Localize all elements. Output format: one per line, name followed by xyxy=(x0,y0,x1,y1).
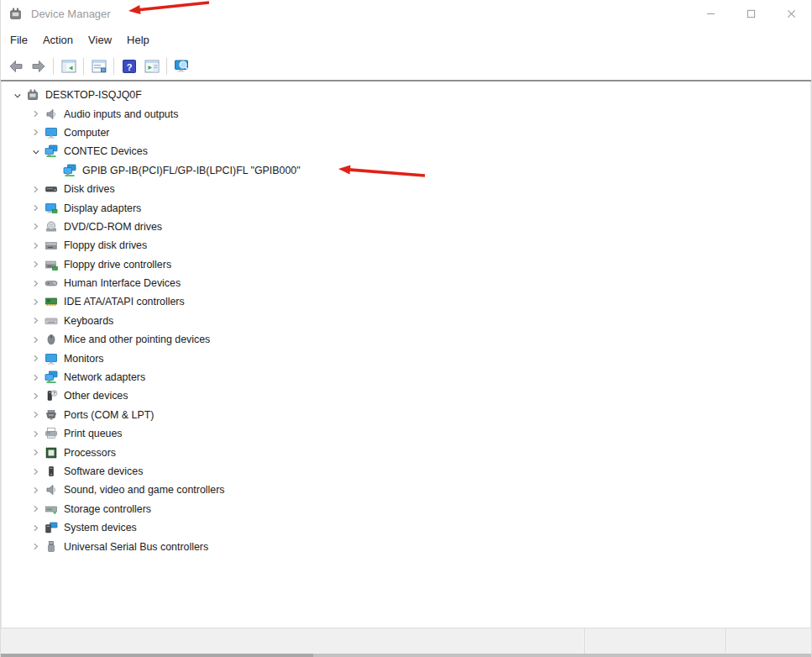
network-adapter-icon xyxy=(62,164,77,177)
properties-button[interactable] xyxy=(87,55,110,77)
chevron-right-icon[interactable] xyxy=(27,502,44,516)
status-bar-segment xyxy=(1,628,584,654)
tree-item-label: Floppy drive controllers xyxy=(64,259,171,271)
network-adapter-icon xyxy=(44,145,59,158)
chevron-right-icon[interactable] xyxy=(27,408,44,422)
tree-item-audio-inputs-and-outputs[interactable]: Audio inputs and outputs xyxy=(2,104,810,123)
chevron-right-icon[interactable] xyxy=(27,389,44,402)
close-button[interactable] xyxy=(771,0,811,27)
chevron-right-icon[interactable] xyxy=(27,126,44,139)
caption-controls xyxy=(690,0,811,27)
tree-item-floppy-disk-drives[interactable]: Floppy disk drives xyxy=(2,236,810,255)
disk-drive-icon xyxy=(44,182,59,196)
tree-item-floppy-drive-controllers[interactable]: Floppy drive controllers xyxy=(2,255,810,274)
show-hide-console-tree-button[interactable] xyxy=(57,55,80,77)
properties-icon xyxy=(91,58,107,75)
speaker-icon xyxy=(44,483,59,497)
menu-action[interactable]: Action xyxy=(35,30,81,50)
action-pane-icon xyxy=(144,58,160,75)
chevron-right-icon[interactable] xyxy=(27,182,44,196)
chevron-right-icon[interactable] xyxy=(27,220,44,234)
tree-item-software-devices[interactable]: Software devices xyxy=(2,462,810,481)
printer-icon xyxy=(44,427,59,440)
chevron-right-icon[interactable] xyxy=(27,276,44,290)
maximize-button[interactable] xyxy=(731,0,771,27)
tree-item-network-adapters[interactable]: Network adapters xyxy=(2,368,810,386)
svg-text:?: ? xyxy=(126,61,132,71)
chevron-right-icon[interactable] xyxy=(27,239,44,252)
unknown-device-icon: ? xyxy=(44,389,59,402)
tree-item-disk-drives[interactable]: Disk drives xyxy=(2,180,810,198)
tree-item-label: DESKTOP-ISQJQ0F xyxy=(45,89,142,101)
chevron-right-icon[interactable] xyxy=(27,314,44,328)
chevron-right-icon[interactable] xyxy=(27,371,44,384)
tree-item-display-adapters[interactable]: Display adapters xyxy=(2,198,810,217)
help-icon: ? xyxy=(121,58,138,75)
menu-help[interactable]: Help xyxy=(119,30,157,50)
chevron-right-icon[interactable] xyxy=(27,333,44,346)
help-button[interactable]: ? xyxy=(118,55,140,77)
chevron-right-icon[interactable] xyxy=(27,295,44,308)
chevron-right-icon[interactable] xyxy=(27,521,44,534)
chevron-right-icon[interactable] xyxy=(27,465,44,478)
tree-item-ports-com-lpt[interactable]: Ports (COM & LPT) xyxy=(2,406,810,424)
show-hide-action-pane-button[interactable] xyxy=(140,55,163,77)
tree-item-print-queues[interactable]: Print queues xyxy=(2,424,810,443)
dvd-drive-icon xyxy=(44,220,59,234)
tree-item-label: GPIB GP-IB(PCI)FL/GP-IB(LPCI)FL "GPIB000… xyxy=(82,165,301,176)
system-device-icon xyxy=(44,521,59,534)
tree-item-computer[interactable]: Computer xyxy=(2,124,810,142)
device-tree-panel: DESKTOP-ISQJQ0FAudio inputs and outputsC… xyxy=(1,81,811,628)
tree-item-ide-ata-atapi-controllers[interactable]: IDE ATA/ATAPI controllers xyxy=(2,292,810,311)
chevron-right-icon[interactable] xyxy=(27,352,44,365)
tree-item-dvd-cd-rom-drives[interactable]: DVD/CD-ROM drives xyxy=(2,218,810,236)
chevron-right-icon[interactable] xyxy=(27,258,44,271)
tree-item-gpib-gp-ib-pci-fl-gp-ib-lpci-fl-gpib000[interactable]: GPIB GP-IB(PCI)FL/GP-IB(LPCI)FL "GPIB000… xyxy=(2,161,810,180)
device-manager-icon xyxy=(8,7,23,21)
tree-item-human-interface-devices[interactable]: Human Interface Devices xyxy=(2,274,810,292)
tree-item-processors[interactable]: Processors xyxy=(2,443,810,461)
tree-item-contec-devices[interactable]: CONTEC Devices xyxy=(2,142,810,160)
minimize-button[interactable] xyxy=(690,0,731,27)
floppy-drive-icon xyxy=(44,239,59,252)
tree-item-keyboards[interactable]: Keyboards xyxy=(2,312,810,330)
display-adapter-icon xyxy=(44,202,59,215)
menu-view[interactable]: View xyxy=(81,30,119,50)
forward-button[interactable] xyxy=(27,55,50,77)
hid-icon xyxy=(44,276,59,290)
back-button[interactable] xyxy=(4,55,27,77)
menu-file[interactable]: File xyxy=(3,30,35,50)
scan-for-hardware-changes-button[interactable] xyxy=(170,55,193,77)
chevron-right-icon[interactable] xyxy=(27,202,44,215)
tree-item-label: Computer xyxy=(64,127,109,139)
tree-item-label: Keyboards xyxy=(64,315,113,327)
chevron-right-icon[interactable] xyxy=(27,108,44,121)
tree-item-storage-controllers[interactable]: Storage controllers xyxy=(2,500,810,518)
chevron-right-icon[interactable] xyxy=(27,427,44,440)
toolbar-separator xyxy=(83,58,84,75)
monitor-icon xyxy=(44,126,59,139)
tree-item-mice-and-other-pointing-devices[interactable]: Mice and other pointing devices xyxy=(2,330,810,349)
tree-item-monitors[interactable]: Monitors xyxy=(2,349,810,367)
monitor-icon xyxy=(44,352,59,365)
toolbar-separator xyxy=(166,58,167,75)
device-manager-window: Device Manager FileActionViewHelp ? DESK… xyxy=(0,0,812,657)
tree-item-universal-serial-bus-controllers[interactable]: Universal Serial Bus controllers xyxy=(2,537,810,555)
chevron-down-icon[interactable] xyxy=(8,88,25,102)
minimize-icon xyxy=(706,9,715,18)
chevron-right-icon[interactable] xyxy=(27,446,44,460)
chevron-right-icon[interactable] xyxy=(27,483,44,497)
chevron-down-icon[interactable] xyxy=(27,145,44,158)
toolbar: ? xyxy=(1,52,811,80)
tree-item-label: Print queues xyxy=(64,428,123,439)
tree-item-label: Display adapters xyxy=(64,202,141,214)
tree-item-label: Other devices xyxy=(64,390,128,402)
chevron-right-icon[interactable] xyxy=(27,540,44,554)
tree-item-desktop-isqjq0f[interactable]: DESKTOP-ISQJQ0F xyxy=(2,86,810,104)
window-bottom-edge xyxy=(1,654,811,657)
tree-item-sound-video-and-game-controllers[interactable]: Sound, video and game controllers xyxy=(2,481,810,499)
tree-item-system-devices[interactable]: System devices xyxy=(2,518,810,537)
close-icon xyxy=(787,9,796,18)
status-bar xyxy=(1,628,811,654)
tree-item-other-devices[interactable]: ?Other devices xyxy=(2,386,810,405)
